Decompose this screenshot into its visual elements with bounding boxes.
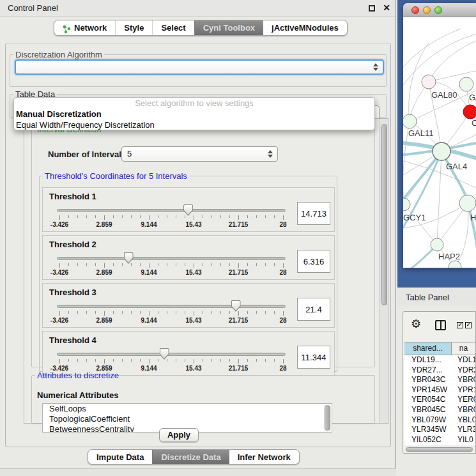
tick-mark	[77, 311, 78, 314]
tab-discretize-data[interactable]: Discretize Data	[152, 450, 229, 464]
threshold-1-value-field[interactable]: 14.713	[297, 202, 330, 225]
table-panel-titlebar: Table Panel	[397, 289, 476, 306]
settings-vertical-scrollbar[interactable]	[380, 119, 388, 423]
slider-thumb[interactable]	[124, 252, 134, 264]
table-row[interactable]: YBR045CYBR0	[404, 405, 475, 415]
tick-mark	[220, 263, 221, 266]
list-item[interactable]: TopologicalCoefficient	[43, 414, 332, 424]
tick-mark	[203, 311, 203, 314]
zoom-traffic-light[interactable]	[434, 6, 442, 14]
network-node[interactable]	[403, 114, 417, 128]
threshold-4-value-field[interactable]: 11.344	[297, 346, 330, 369]
table-row[interactable]: YER054CYER0	[404, 395, 475, 405]
slider-thumb[interactable]	[231, 300, 241, 312]
tab-select[interactable]: Select	[152, 20, 194, 35]
threshold-2-panel: Threshold 2 -3.4262.8599.14415.4321.7152…	[42, 235, 335, 280]
close-traffic-light[interactable]	[411, 6, 419, 14]
slider-thumb[interactable]	[183, 204, 193, 216]
popup-prompt: Select algorithm to view settings	[14, 98, 374, 109]
scrollbar-thumb[interactable]	[406, 447, 473, 452]
close-icon[interactable]: ✕	[383, 3, 390, 13]
tick-mark	[274, 215, 275, 218]
scrollbar-thumb[interactable]	[381, 124, 387, 305]
node-label: GAL4	[446, 162, 467, 171]
tick-mark	[283, 263, 284, 268]
table-row[interactable]: YDL19...YDL1	[404, 355, 475, 365]
list-scrollbar[interactable]	[324, 404, 331, 433]
tick-label: -3.426	[50, 269, 68, 276]
tick-mark	[131, 311, 132, 314]
tick-mark	[149, 215, 150, 220]
tick-label: 21.715	[229, 221, 249, 228]
tick-mark	[86, 215, 87, 218]
table-horizontal-scrollbar[interactable]	[405, 447, 473, 452]
network-node[interactable]	[459, 195, 476, 211]
table-row[interactable]: YBR043CYBR0	[404, 375, 475, 385]
network-node[interactable]	[431, 238, 443, 251]
threshold-4-panel: Threshold 4 -3.4262.8599.14415.4321.7152…	[42, 331, 335, 376]
tick-label: 9.144	[141, 269, 157, 276]
tick-label: 2.859	[96, 269, 112, 276]
tick-mark	[220, 311, 221, 314]
tick-mark	[140, 311, 141, 314]
threshold-1-panel: Threshold 1 -3.4262.8599.14415.4321.7152…	[42, 187, 335, 232]
algorithm-combobox[interactable]	[15, 59, 384, 75]
tick-mark	[131, 359, 132, 362]
tick-label: 28	[279, 269, 286, 276]
float-window-icon[interactable]	[369, 5, 375, 12]
combo-arrows-icon	[268, 150, 273, 158]
tab-style[interactable]: Style	[115, 20, 152, 35]
popup-option-equal-width[interactable]: Equal Width/Frequency Discretization	[14, 119, 374, 130]
table-row[interactable]: YDR27...YDR2	[404, 365, 475, 376]
table-row[interactable]: YIL052CYIL0	[404, 435, 475, 445]
apply-button[interactable]: Apply	[159, 428, 199, 442]
threshold-1-slider[interactable]: -3.4262.8599.14415.4321.71528	[57, 204, 286, 231]
control-panel: Control Panel ✕ Network Style Select	[0, 0, 396, 476]
tab-impute-data[interactable]: Impute Data	[88, 450, 152, 464]
tick-mark	[68, 359, 69, 362]
network-node[interactable]	[433, 142, 450, 160]
network-node[interactable]	[459, 77, 473, 91]
split-columns-icon[interactable]	[435, 320, 446, 330]
node-label: HAP2	[438, 252, 460, 261]
popup-option-manual-discretization[interactable]: Manual Discretization	[14, 109, 374, 119]
tab-jactivemnodules[interactable]: jActiveMNodules	[263, 20, 347, 35]
minimize-traffic-light[interactable]	[423, 6, 431, 14]
tick-mark	[122, 359, 123, 362]
gear-icon[interactable]: ⚙	[411, 317, 421, 331]
threshold-label: Threshold 1	[49, 192, 96, 201]
tab-cyni-toolbox[interactable]: Cyni Toolbox	[194, 20, 263, 35]
threshold-3-value-field[interactable]: 21.4	[297, 298, 330, 321]
table-row[interactable]: YPR145WYPR1	[404, 385, 475, 395]
network-canvas[interactable]: GAL80 GA GAL11 GAL4 GCY1 H HAP2 C	[403, 17, 476, 268]
tick-mark	[229, 263, 230, 266]
table-panel-title: Table Panel	[406, 289, 449, 306]
network-node[interactable]	[463, 105, 476, 119]
threshold-label: Threshold 2	[49, 240, 96, 249]
column-header-shared-name[interactable]: shared...	[404, 342, 452, 355]
network-node[interactable]	[403, 198, 410, 211]
tick-mark	[283, 311, 284, 316]
combo-value: 5	[127, 147, 277, 161]
tick-mark	[176, 215, 176, 218]
tab-infer-network[interactable]: Infer Network	[229, 450, 299, 464]
network-node[interactable]	[422, 75, 436, 89]
checkbox-icon[interactable]: ✓	[465, 322, 472, 328]
tick-label: 21.715	[229, 317, 249, 324]
threshold-2-slider[interactable]: -3.4262.8599.14415.4321.71528	[57, 252, 286, 279]
threshold-3-slider[interactable]: -3.4262.8599.14415.4321.71528	[57, 300, 286, 327]
list-item[interactable]: SelfLoops	[43, 404, 332, 414]
table-row[interactable]: YLR345WYLR3	[404, 425, 475, 435]
column-header-name[interactable]: na	[452, 342, 475, 355]
tab-network[interactable]: Network	[54, 20, 115, 35]
threshold-2-value-field[interactable]: 6.316	[297, 250, 330, 273]
tick-mark	[211, 359, 212, 362]
number-of-intervals-combobox[interactable]: 5	[121, 146, 278, 162]
tab-label: Network	[74, 20, 107, 35]
table-row[interactable]: YBL079WYBL0	[404, 415, 475, 426]
tick-mark	[122, 311, 123, 314]
tick-mark	[104, 263, 105, 268]
slider-thumb[interactable]	[160, 348, 169, 360]
checkbox-icon[interactable]: ✓	[457, 322, 463, 328]
tick-mark	[265, 359, 266, 362]
